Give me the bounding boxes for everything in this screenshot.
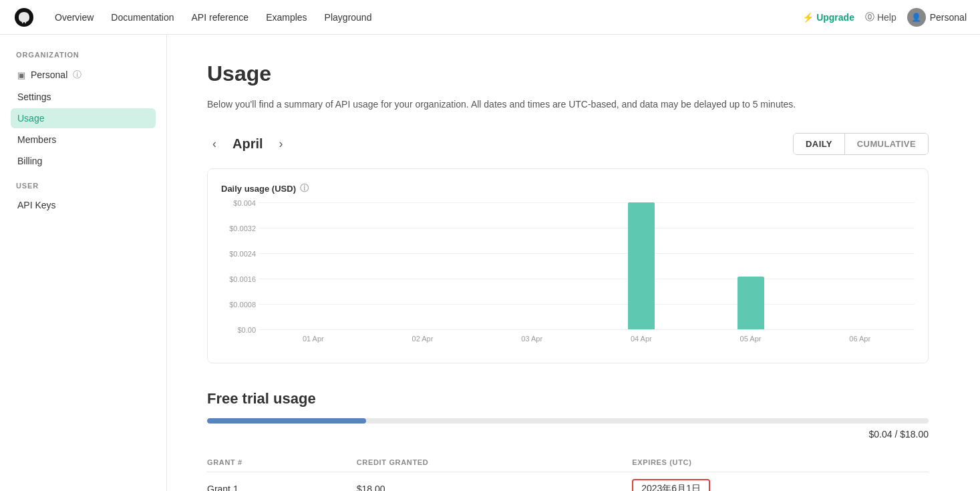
upgrade-button[interactable]: Upgrade	[802, 12, 854, 23]
nav-documentation[interactable]: Documentation	[104, 8, 180, 27]
month-nav: ‹ April ›	[207, 134, 289, 154]
layout: ORGANIZATION ▣ Personal ⓘ Settings Usage…	[0, 35, 980, 491]
free-trial-title: Free trial usage	[207, 390, 929, 407]
chart-bar-group	[477, 202, 587, 329]
chart-header: ‹ April › DAILY CUMULATIVE	[207, 133, 929, 155]
progress-bar-container	[207, 418, 929, 424]
chart-bar[interactable]	[738, 277, 764, 330]
top-nav-right: Upgrade ⓪ Help 👤 Personal	[802, 8, 967, 27]
chart-bar-group	[259, 202, 368, 329]
chart-info-icon[interactable]: ⓘ	[300, 182, 309, 194]
page-title: Usage	[207, 61, 929, 86]
chart-bar-group	[368, 202, 478, 329]
chart-x-label: 02 Apr	[368, 329, 478, 356]
view-toggle: DAILY CUMULATIVE	[793, 133, 929, 155]
chart-x-label: 01 Apr	[259, 329, 368, 356]
progress-label: $0.04 / $18.00	[207, 429, 929, 440]
help-circle-icon: ⓪	[865, 11, 874, 23]
top-nav: Overview Documentation API reference Exa…	[0, 0, 980, 35]
nav-links: Overview Documentation API reference Exa…	[48, 8, 802, 27]
col-grant: GRANT #	[207, 453, 357, 472]
sidebar-item-members[interactable]: Members	[11, 130, 156, 150]
chart-bar-group	[805, 202, 915, 329]
chart-bar-group	[587, 202, 696, 329]
help-button[interactable]: ⓪ Help	[865, 11, 896, 23]
page-description: Below you'll find a summary of API usage…	[207, 97, 929, 112]
grant-number: Grant 1	[207, 472, 357, 491]
prev-month-button[interactable]: ‹	[207, 134, 222, 154]
main-content: Usage Below you'll find a summary of API…	[167, 35, 969, 491]
sidebar-item-usage[interactable]: Usage	[11, 108, 156, 128]
expiry-badge: 2023年6月1日	[632, 479, 710, 491]
avatar: 👤	[907, 8, 926, 27]
sidebar-item-personal[interactable]: ▣ Personal ⓘ	[11, 64, 156, 86]
sidebar: ORGANIZATION ▣ Personal ⓘ Settings Usage…	[0, 35, 167, 491]
sidebar-item-settings[interactable]: Settings	[11, 87, 156, 107]
table-row: Grant 1$18.002023年6月1日	[207, 472, 929, 491]
chart-container: $0.004$0.0032$0.0024$0.0016$0.0008$0.000…	[221, 202, 915, 356]
chart-x-label: 05 Apr	[696, 329, 806, 356]
expires-utc: 2023年6月1日	[632, 472, 929, 491]
info-icon: ⓘ	[73, 69, 81, 81]
col-expires: EXPIRES (UTC)	[632, 453, 929, 472]
chart-bar[interactable]	[628, 202, 655, 329]
chart-y-label: Daily usage (USD) ⓘ	[221, 182, 915, 194]
progress-bar-fill	[207, 418, 366, 424]
cumulative-view-button[interactable]: CUMULATIVE	[845, 134, 928, 154]
next-month-button[interactable]: ›	[274, 134, 289, 154]
sidebar-item-api-keys[interactable]: API Keys	[11, 195, 156, 215]
nav-playground[interactable]: Playground	[318, 8, 379, 27]
chart-x-label: 06 Apr	[805, 329, 915, 356]
org-section-label: ORGANIZATION	[11, 51, 156, 59]
personal-icon: ▣	[17, 70, 25, 80]
credit-granted: $18.00	[357, 472, 632, 491]
chart-x-label: 04 Apr	[587, 329, 696, 356]
personal-button[interactable]: 👤 Personal	[907, 8, 967, 27]
logo[interactable]	[13, 7, 35, 28]
chart-area: Daily usage (USD) ⓘ $0.004$0.0032$0.0024…	[207, 168, 929, 363]
nav-api-reference[interactable]: API reference	[185, 8, 256, 27]
nav-overview[interactable]: Overview	[48, 8, 100, 27]
col-credit: CREDIT GRANTED	[357, 453, 632, 472]
nav-examples[interactable]: Examples	[259, 8, 313, 27]
chart-x-label: 03 Apr	[477, 329, 587, 356]
user-section-label: USER	[11, 182, 156, 190]
month-label: April	[232, 136, 263, 152]
sidebar-item-billing[interactable]: Billing	[11, 151, 156, 171]
chart-bar-group	[696, 202, 806, 329]
grants-table: GRANT # CREDIT GRANTED EXPIRES (UTC) Gra…	[207, 453, 929, 491]
daily-view-button[interactable]: DAILY	[794, 134, 845, 154]
